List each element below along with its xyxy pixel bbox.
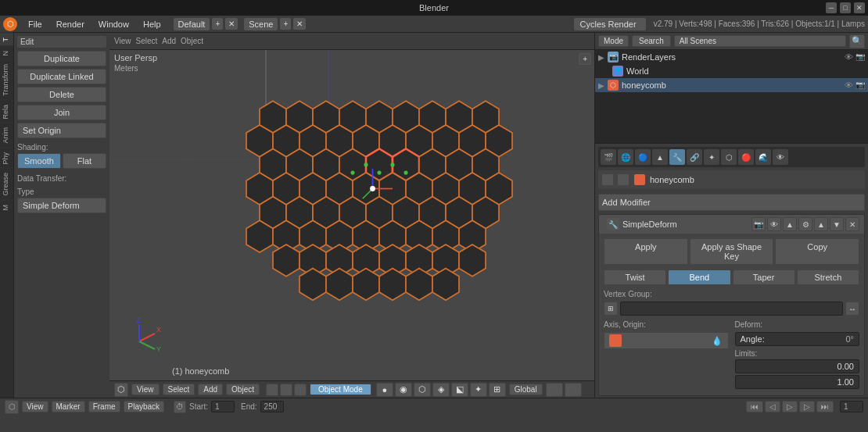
props-tab-physics[interactable]: 👁	[773, 149, 788, 165]
vp-icon-r2[interactable]	[565, 383, 582, 397]
menu-file[interactable]: File	[22, 18, 48, 30]
outliner-item-renderlayers[interactable]: ▶ 📷 RenderLayers 👁 📷	[595, 50, 868, 64]
bend-tab[interactable]: Bend	[668, 270, 730, 285]
maximize-button[interactable]: □	[840, 2, 851, 13]
play-btn[interactable]: ▷	[782, 401, 798, 412]
workspace-selector[interactable]: Default + ✕	[174, 18, 239, 30]
viewport-object-menu[interactable]: Object	[181, 37, 203, 45]
end-value[interactable]: 250	[260, 401, 284, 412]
duplicate-linked-button[interactable]: Duplicate Linked	[17, 69, 106, 84]
all-scenes-selector[interactable]: All Scenes	[674, 35, 846, 47]
props-tab-modifier[interactable]: 🔧	[669, 149, 685, 165]
props-tab-texture[interactable]: 🔴	[738, 149, 754, 165]
tab-properties-n[interactable]: N	[0, 46, 13, 60]
step-fwd-btn[interactable]: ▷	[799, 401, 815, 412]
search-icon-button[interactable]: 🔍	[849, 34, 865, 48]
props-tab-object[interactable]: ▲	[652, 149, 668, 165]
viewport-canvas[interactable]: User Persp Meters +	[109, 50, 594, 380]
modifier-up-btn[interactable]: ▲	[814, 217, 828, 231]
props-tab-render[interactable]: 🎬	[601, 149, 616, 165]
mode-icon1[interactable]: ●	[376, 383, 393, 397]
eye-icon[interactable]: 👁	[845, 52, 853, 62]
step-back-btn[interactable]: ◁	[765, 401, 780, 412]
global-button[interactable]: Global	[509, 384, 543, 395]
viewport-select-menu[interactable]: Select	[136, 37, 158, 45]
mode-icon5[interactable]: ⬕	[451, 383, 468, 397]
mode-icon4[interactable]: ◈	[432, 383, 450, 397]
angle-field[interactable]: Angle: 0°	[735, 332, 860, 346]
vertex-group-input[interactable]	[620, 302, 843, 316]
object-mode-button[interactable]: Object Mode	[310, 384, 371, 395]
limit-min-field[interactable]: 0.00	[735, 359, 860, 373]
start-value[interactable]: 1	[211, 401, 235, 412]
render-icon[interactable]: 📷	[855, 52, 865, 62]
duplicate-button[interactable]: Duplicate	[17, 51, 106, 66]
search-button[interactable]: Search	[632, 35, 671, 47]
bottom-marker-btn[interactable]: Marker	[52, 401, 85, 412]
viewport-view-menu[interactable]: View	[114, 37, 131, 45]
apply-button[interactable]: Apply	[604, 238, 688, 265]
menu-help[interactable]: Help	[137, 18, 167, 30]
eyedropper-button[interactable]: 💧	[711, 334, 723, 347]
minimize-button[interactable]: ─	[826, 2, 837, 13]
scene-selector[interactable]: Scene + ✕	[244, 18, 306, 30]
viewport[interactable]: View Select Add Object User Persp Meters…	[109, 33, 594, 398]
tab-anim[interactable]: Anim	[0, 123, 13, 148]
add-modifier-button[interactable]: Add Modifier	[598, 194, 865, 211]
modifier-settings-btn[interactable]: ⚙	[798, 217, 812, 231]
limit-max-field[interactable]: 1.00	[735, 375, 860, 389]
render-icon2[interactable]: 📷	[855, 80, 865, 90]
menu-render[interactable]: Render	[50, 18, 91, 30]
jump-end-btn[interactable]: ⏭	[816, 401, 834, 412]
close-button[interactable]: ✕	[854, 2, 865, 13]
time-icon[interactable]: ⏱	[174, 401, 186, 413]
bottom-playback-btn[interactable]: Playback	[124, 401, 165, 412]
simple-deform-type-button[interactable]: Simple Deform	[17, 198, 106, 213]
vertex-group-expand[interactable]: ↔	[845, 302, 859, 316]
props-tab-world[interactable]: 🔵	[635, 149, 651, 165]
props-tab-particles[interactable]: 🌊	[755, 149, 771, 165]
modifier-delete-btn[interactable]: ✕	[845, 217, 859, 231]
eye-icon2[interactable]: 👁	[845, 80, 853, 90]
tab-grease[interactable]: Grease	[0, 168, 13, 200]
modifier-down-btn[interactable]: ▼	[830, 217, 844, 231]
tab-transform[interactable]: Transform	[0, 59, 13, 100]
twist-tab[interactable]: Twist	[604, 270, 666, 285]
outliner[interactable]: ▶ 📷 RenderLayers 👁 📷 🌐 World ▶ ⬡ honeyco…	[595, 50, 868, 144]
bottom-view-btn[interactable]: View	[22, 401, 48, 412]
tab-phy[interactable]: Phy	[0, 148, 13, 169]
menu-window[interactable]: Window	[92, 18, 135, 30]
props-tab-scene[interactable]: 🌐	[618, 149, 633, 165]
select-footer-menu[interactable]: Select	[163, 384, 195, 395]
add-footer-menu[interactable]: Add	[198, 384, 223, 395]
apply-shape-key-button[interactable]: Apply as Shape Key	[690, 238, 774, 265]
mode-icon6[interactable]: ✦	[470, 383, 487, 397]
props-tab-data[interactable]: ✦	[704, 149, 719, 165]
current-frame-value[interactable]: 1	[840, 401, 863, 412]
tab-tools[interactable]: T	[0, 33, 13, 46]
outliner-item-world[interactable]: 🌐 World	[595, 64, 868, 78]
mode-icon2[interactable]: ◉	[395, 383, 412, 397]
object-footer-menu[interactable]: Object	[226, 384, 260, 395]
stretch-tab[interactable]: Stretch	[797, 270, 859, 285]
mode-icon3[interactable]: ⬡	[414, 383, 431, 397]
viewport-add-menu[interactable]: Add	[162, 37, 176, 45]
viewport-corner-button[interactable]: +	[579, 53, 591, 65]
view-footer-menu[interactable]: View	[131, 384, 160, 395]
copy-button[interactable]: Copy	[775, 238, 859, 265]
render-engine-selector[interactable]: Cycles Render	[574, 18, 646, 30]
vp-icon-r1[interactable]	[546, 383, 563, 397]
right-view-button[interactable]: Mode	[598, 35, 629, 47]
bottom-frame-btn[interactable]: Frame	[88, 401, 120, 412]
modifier-render-btn[interactable]: ▲	[783, 217, 797, 231]
tab-rela[interactable]: Rela	[0, 100, 13, 123]
axis-origin-field[interactable]: 💧	[604, 332, 729, 349]
flat-button[interactable]: Flat	[63, 153, 106, 169]
props-tab-material[interactable]: ⬡	[721, 149, 737, 165]
jump-start-btn[interactable]: ⏮	[746, 401, 763, 412]
set-origin-button[interactable]: Set Origin	[17, 123, 106, 138]
taper-tab[interactable]: Taper	[733, 270, 795, 285]
modifier-camera-btn[interactable]: 📷	[751, 217, 766, 231]
join-button[interactable]: Join	[17, 105, 106, 120]
modifier-eye-btn[interactable]: 👁	[767, 217, 781, 231]
